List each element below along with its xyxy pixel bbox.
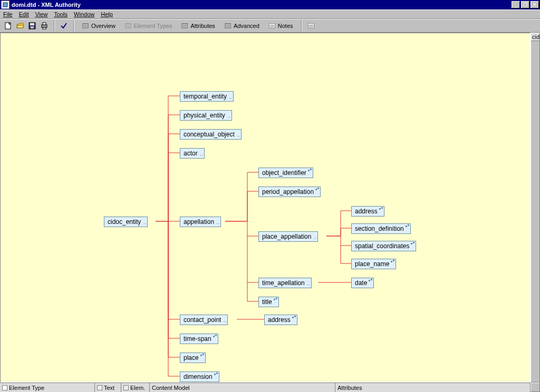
marker-icon xyxy=(213,335,217,339)
app-icon xyxy=(1,1,9,9)
validate-button[interactable] xyxy=(58,20,70,32)
node-object_identifier[interactable]: object_identifier xyxy=(258,168,313,178)
marker-icon xyxy=(214,373,218,377)
expand-icon[interactable]: ↔ xyxy=(223,320,227,324)
side-panel-label: cido xyxy=(531,33,539,41)
print-button[interactable] xyxy=(38,20,50,32)
node-place_name[interactable]: place_name xyxy=(351,259,396,269)
node-period_appellation[interactable]: period_appellation xyxy=(258,187,321,197)
col-attributes[interactable]: Attributes xyxy=(335,383,531,392)
col-text[interactable]: Text xyxy=(95,383,121,392)
menu-file[interactable]: File xyxy=(3,11,13,17)
menu-view[interactable]: View xyxy=(35,11,48,17)
text-icon xyxy=(97,385,102,390)
tree-connectors xyxy=(1,33,530,382)
menu-edit[interactable]: Edit xyxy=(19,11,29,17)
grid-icon xyxy=(181,23,188,28)
expand-icon[interactable]: ↔ xyxy=(142,222,147,226)
diagram-canvas[interactable]: cidoc_entity↔temporal_entity↔physical_en… xyxy=(0,33,531,383)
grid-icon xyxy=(82,23,89,28)
expand-icon[interactable]: ↔ xyxy=(199,153,204,158)
document-button[interactable] xyxy=(305,20,317,32)
elem-icon xyxy=(123,385,129,390)
node-dimension[interactable]: dimension xyxy=(180,371,219,382)
menu-window[interactable]: Window xyxy=(74,11,94,17)
node-section_definition[interactable]: section_definition xyxy=(351,223,411,234)
marker-icon xyxy=(274,298,278,302)
expand-icon[interactable]: ↔ xyxy=(236,134,240,139)
page-icon xyxy=(308,23,314,28)
expand-icon[interactable]: ↔ xyxy=(227,115,231,120)
toolbar: Overview Element Types Attributes Advanc… xyxy=(0,19,540,33)
scroll-corner xyxy=(531,383,540,392)
expand-icon[interactable]: ↔ xyxy=(306,283,311,287)
vertical-scrollbar[interactable]: cido xyxy=(531,33,540,383)
doc-icon xyxy=(2,385,7,390)
svg-rect-7 xyxy=(43,27,46,29)
node-contact_point[interactable]: contact_point↔ xyxy=(180,315,228,325)
marker-icon xyxy=(406,224,410,229)
svg-rect-3 xyxy=(30,23,34,25)
open-button[interactable] xyxy=(14,20,26,32)
grid-icon xyxy=(125,23,131,28)
svg-rect-6 xyxy=(43,23,46,25)
node-date[interactable]: date xyxy=(351,278,374,288)
col-elem[interactable]: Elem. xyxy=(121,383,150,392)
node-cidoc_entity[interactable]: cidoc_entity↔ xyxy=(104,217,148,227)
tab-advanced[interactable]: Advanced xyxy=(220,20,264,32)
menu-bar: File Edit View Tools Window Help xyxy=(0,9,540,19)
window-title: domi.dtd - XML Authority xyxy=(12,2,510,8)
marker-icon xyxy=(292,316,296,320)
maximize-button[interactable]: ❐ xyxy=(521,1,529,8)
node-address2[interactable]: address xyxy=(264,315,297,325)
node-time-span[interactable]: time-span xyxy=(180,334,218,344)
title-bar: domi.dtd - XML Authority _ ❐ ✕ xyxy=(0,0,540,9)
expand-icon[interactable]: ↔ xyxy=(313,237,317,241)
save-button[interactable] xyxy=(26,20,38,32)
col-content-model[interactable]: Content Model xyxy=(150,383,335,392)
marker-icon xyxy=(391,260,395,264)
workspace: cidoc_entity↔temporal_entity↔physical_en… xyxy=(0,33,540,392)
node-spatial_coordinates[interactable]: spatial_coordinates xyxy=(351,241,416,251)
marker-icon xyxy=(308,169,312,173)
node-conceptual_object[interactable]: conceptual_object↔ xyxy=(180,129,242,140)
expand-icon[interactable]: ↔ xyxy=(228,96,233,101)
node-time_apellation[interactable]: time_apellation↔ xyxy=(258,278,312,288)
node-place[interactable]: place xyxy=(180,352,206,363)
node-temporal_entity[interactable]: temporal_entity↔ xyxy=(180,91,234,102)
marker-icon xyxy=(200,354,205,358)
close-button[interactable]: ✕ xyxy=(531,1,539,8)
svg-rect-0 xyxy=(3,3,7,7)
menu-tools[interactable]: Tools xyxy=(54,11,68,17)
node-physical_entity[interactable]: physical_entity↔ xyxy=(180,110,232,121)
minimize-button[interactable]: _ xyxy=(512,1,520,8)
grid-icon xyxy=(225,23,231,28)
status-bar: Element Type Text Elem. Content Model At… xyxy=(0,383,531,392)
new-button[interactable] xyxy=(2,20,14,32)
marker-icon xyxy=(411,242,415,246)
svg-rect-5 xyxy=(42,25,47,27)
node-actor[interactable]: actor↔ xyxy=(180,148,205,159)
node-address[interactable]: address xyxy=(351,206,384,217)
col-element-type[interactable]: Element Type xyxy=(0,383,95,392)
expand-icon[interactable]: ↔ xyxy=(216,222,220,226)
node-title[interactable]: title xyxy=(258,297,279,307)
page-icon xyxy=(269,23,275,28)
tab-notes[interactable]: Notes xyxy=(264,20,298,32)
tab-element-types[interactable]: Element Types xyxy=(120,20,177,32)
marker-icon xyxy=(315,188,320,192)
node-appellation[interactable]: appellation↔ xyxy=(180,217,221,227)
marker-icon xyxy=(369,279,373,283)
node-place_appellation[interactable]: place_appellation↔ xyxy=(258,231,318,242)
svg-rect-4 xyxy=(31,26,34,28)
menu-help[interactable]: Help xyxy=(101,11,113,17)
tab-attributes[interactable]: Attributes xyxy=(177,20,219,32)
tab-overview[interactable]: Overview xyxy=(78,20,120,32)
marker-icon xyxy=(379,207,383,211)
